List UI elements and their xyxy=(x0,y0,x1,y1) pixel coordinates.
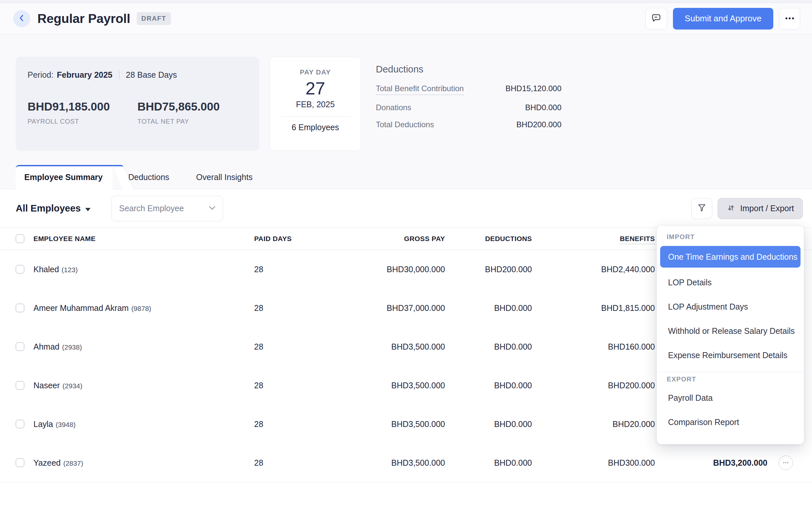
employee-name-cell[interactable]: Yazeed(2837) xyxy=(34,458,254,468)
table-row: Yazeed(2837) 28 BHD3,500.000 BHD0.000 BH… xyxy=(0,443,812,482)
menu-item-lop-details[interactable]: LOP Details xyxy=(657,270,804,294)
comment-icon xyxy=(651,13,661,24)
payday-day: 27 xyxy=(270,78,361,98)
chevron-left-icon xyxy=(17,14,26,23)
tab-label: Employee Summary xyxy=(16,166,113,188)
menu-divider xyxy=(657,372,804,372)
paid-days-cell: 28 xyxy=(254,419,313,429)
row-checkbox[interactable] xyxy=(16,381,24,390)
deductions-cell: BHD0.000 xyxy=(445,342,532,351)
tab-bar: Employee Summary Deductions Overall Insi… xyxy=(16,165,264,189)
row-checkbox[interactable] xyxy=(16,265,24,274)
gross-pay-cell: BHD3,500.000 xyxy=(313,419,445,429)
submit-and-approve-button[interactable]: Submit and Approve xyxy=(673,8,773,30)
row-checkbox[interactable] xyxy=(16,420,24,428)
divider xyxy=(119,70,119,80)
select-all-checkbox[interactable] xyxy=(16,234,24,243)
employee-name-cell[interactable]: Naseer(2934) xyxy=(34,381,254,390)
period-value: February 2025 xyxy=(57,70,113,80)
row-checkbox[interactable] xyxy=(16,304,24,312)
filter-button[interactable] xyxy=(691,198,712,219)
back-button[interactable] xyxy=(13,10,30,27)
employee-id: (3948) xyxy=(56,421,76,428)
employee-toolbar: All Employees Search Employee Import / E… xyxy=(0,189,812,228)
total-net-pay-stat: BHD75,865.000 TOTAL NET PAY xyxy=(137,100,247,125)
total-deductions-label: Total Deductions xyxy=(376,120,434,129)
row-checkbox[interactable] xyxy=(16,342,24,351)
employee-name-cell[interactable]: Ahmad(2938) xyxy=(34,342,254,351)
period-label: Period: xyxy=(27,70,53,80)
row-checkbox[interactable] xyxy=(16,458,24,467)
col-benefits: BENEFITS xyxy=(532,235,655,243)
payroll-screen: Regular Payroll DRAFT Submit and Approve… xyxy=(0,0,812,507)
tab-employee-summary[interactable]: Employee Summary xyxy=(16,165,113,189)
divider xyxy=(280,116,350,117)
benefits-cell: BHD200.000 xyxy=(532,381,655,390)
gross-pay-cell: BHD3,500.000 xyxy=(313,342,445,351)
col-employee-name: EMPLOYEE NAME xyxy=(34,235,254,243)
deductions-summary: Deductions Total Benefit Contribution BH… xyxy=(376,64,562,137)
deductions-cell: BHD0.000 xyxy=(445,458,532,468)
employee-id: (2938) xyxy=(62,343,82,351)
chevron-down-icon xyxy=(208,205,216,212)
benefits-cell: BHD20.000 xyxy=(532,419,655,429)
top-strip xyxy=(0,0,812,3)
comments-button[interactable] xyxy=(645,8,667,30)
filter-funnel-icon xyxy=(697,203,707,214)
donations-value: BHD0.000 xyxy=(525,103,562,112)
employee-id: (123) xyxy=(62,266,78,274)
period-line: Period: February 2025 28 Base Days xyxy=(27,70,247,80)
gross-pay-cell: BHD3,500.000 xyxy=(313,458,445,468)
more-actions-button[interactable] xyxy=(779,8,800,30)
payroll-cost-stat: BHD91,185.000 PAYROLL COST xyxy=(27,100,137,125)
summary-section: Period: February 2025 28 Base Days BHD91… xyxy=(0,35,812,189)
status-badge: DRAFT xyxy=(137,12,171,25)
benefits-cell: BHD300.000 xyxy=(532,458,655,468)
employee-name-cell[interactable]: Ameer Muhammad Akram(9878) xyxy=(34,303,254,313)
paid-days-cell: 28 xyxy=(254,458,313,468)
menu-item-comparison-report[interactable]: Comparison Report xyxy=(657,410,804,434)
search-placeholder: Search Employee xyxy=(119,204,184,213)
import-export-button[interactable]: Import / Export xyxy=(717,198,803,219)
benefits-cell: BHD160.000 xyxy=(532,342,655,351)
benefits-cell: BHD1,815.000 xyxy=(532,303,655,313)
search-employee-select[interactable]: Search Employee xyxy=(112,196,223,221)
import-export-label: Import / Export xyxy=(740,204,794,213)
payday-label: PAY DAY xyxy=(270,68,361,76)
caret-down-icon xyxy=(85,208,91,211)
employee-scope-dropdown[interactable]: All Employees xyxy=(16,203,91,214)
scope-label: All Employees xyxy=(16,203,81,214)
total-benefit-contribution-value: BHD15,120.000 xyxy=(505,84,562,93)
menu-item-one-time-earnings[interactable]: One Time Earnings and Deductions xyxy=(660,246,801,268)
menu-item-expense-reimbursement[interactable]: Expense Reimbursement Details xyxy=(657,343,804,367)
total-benefit-contribution-label[interactable]: Total Benefit Contribution xyxy=(376,84,464,95)
paid-days-cell: 28 xyxy=(254,303,313,313)
total-net-pay-label: TOTAL NET PAY xyxy=(137,118,247,125)
paid-days-cell: 28 xyxy=(254,265,313,274)
deduction-row: Total Deductions BHD200.000 xyxy=(376,120,562,129)
menu-section-export: EXPORT xyxy=(667,376,804,383)
ellipsis-icon xyxy=(785,16,795,21)
payday-card: PAY DAY 27 FEB, 2025 6 Employees xyxy=(270,57,361,151)
deductions-cell: BHD0.000 xyxy=(445,381,532,390)
tab-overall-insights[interactable]: Overall Insights xyxy=(185,165,264,189)
deductions-cell: BHD0.000 xyxy=(445,303,532,313)
total-net-pay-value: BHD75,865.000 xyxy=(137,100,247,113)
payroll-cost-label: PAYROLL COST xyxy=(27,118,137,125)
payday-employee-count: 6 Employees xyxy=(270,123,361,132)
row-more-button[interactable] xyxy=(778,455,793,470)
menu-item-lop-adjustment-days[interactable]: LOP Adjustment Days xyxy=(657,294,804,319)
menu-item-payroll-data[interactable]: Payroll Data xyxy=(657,386,804,410)
employee-id: (2934) xyxy=(63,382,83,390)
net-pay-cell: BHD3,200.000 xyxy=(655,458,767,468)
gross-pay-cell: BHD37,000.000 xyxy=(313,303,445,313)
employee-name-cell[interactable]: Layla(3948) xyxy=(34,419,254,429)
employee-id: (9878) xyxy=(131,305,151,312)
employee-name-cell[interactable]: Khaled(123) xyxy=(34,265,254,274)
gross-pay-cell: BHD30,000.000 xyxy=(313,265,445,274)
page-title: Regular Payroll xyxy=(38,11,130,26)
total-deductions-value: BHD200.000 xyxy=(517,120,562,129)
menu-item-withhold-release-salary[interactable]: Withhold or Release Salary Details xyxy=(657,319,804,343)
donations-label: Donations xyxy=(376,103,411,112)
app-header: Regular Payroll DRAFT Submit and Approve xyxy=(0,3,812,35)
